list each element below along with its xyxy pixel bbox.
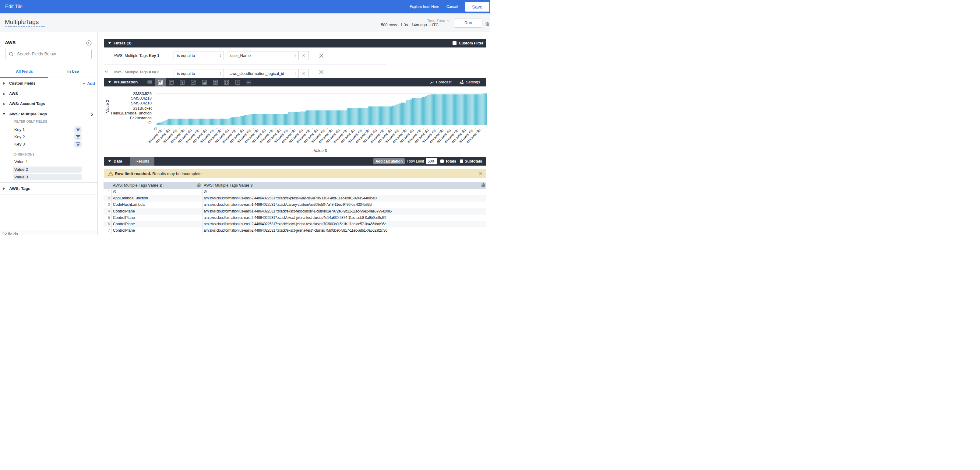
svg-text:S31Bucket: S31Bucket	[132, 106, 152, 111]
svg-text:6: 6	[237, 80, 239, 84]
svg-text:∅: ∅	[148, 121, 152, 125]
svg-text:SMS3JIZ5: SMS3JIZ5	[133, 91, 152, 96]
svg-text:Value 3: Value 3	[314, 148, 327, 153]
svg-text:SMS3JIZ18: SMS3JIZ18	[131, 96, 152, 100]
svg-text:Hello1LambdaFunction: Hello1LambdaFunction	[111, 111, 152, 115]
svg-text:∅: ∅	[154, 127, 157, 131]
svg-text:SMS3JIZ10: SMS3JIZ10	[131, 101, 152, 105]
svg-text:Value 2: Value 2	[105, 100, 110, 113]
svg-text:Ec2Instance: Ec2Instance	[130, 116, 152, 120]
